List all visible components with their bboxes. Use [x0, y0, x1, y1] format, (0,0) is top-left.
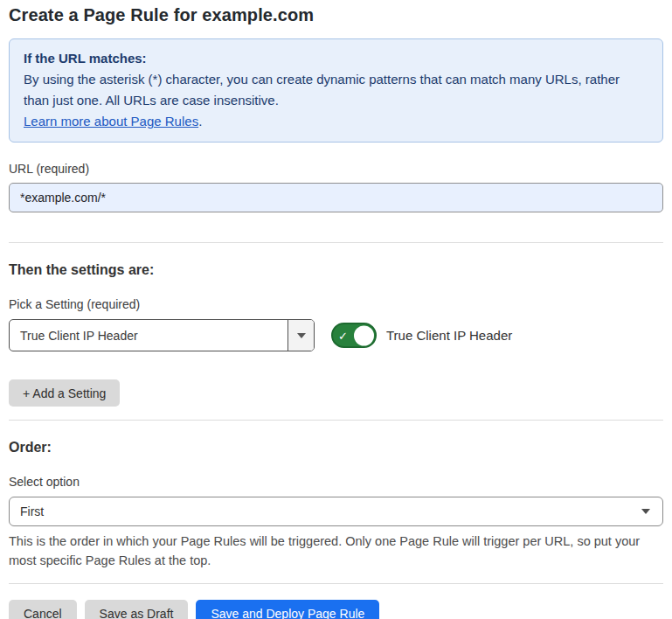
- check-icon: ✓: [338, 330, 348, 341]
- link-period: .: [198, 114, 202, 129]
- caret-down-icon: [641, 509, 650, 514]
- order-select[interactable]: First: [9, 497, 663, 526]
- setting-select-arrow-button[interactable]: [288, 320, 314, 351]
- url-match-info-box: If the URL matches: By using the asteris…: [9, 38, 663, 143]
- setting-select-value: True Client IP Header: [10, 320, 288, 351]
- save-deploy-button[interactable]: Save and Deploy Page Rule: [196, 600, 379, 619]
- order-section-heading: Order:: [9, 439, 663, 456]
- url-field-label: URL (required): [9, 162, 663, 177]
- order-select-label: Select option: [9, 475, 663, 490]
- info-box-heading: If the URL matches:: [24, 48, 648, 69]
- order-select-value: First: [20, 504, 44, 518]
- true-client-ip-toggle[interactable]: ✓: [331, 323, 377, 348]
- info-box-body: By using the asterisk (*) character, you…: [24, 69, 648, 111]
- save-draft-button[interactable]: Save as Draft: [85, 600, 189, 619]
- url-input[interactable]: [9, 183, 663, 212]
- setting-select[interactable]: True Client IP Header: [9, 319, 315, 351]
- pick-setting-label: Pick a Setting (required): [9, 297, 663, 312]
- divider: [9, 242, 663, 243]
- toggle-label: True Client IP Header: [386, 328, 512, 343]
- order-help-text: This is the order in which your Page Rul…: [9, 532, 660, 570]
- footer-actions: Cancel Save as Draft Save and Deploy Pag…: [9, 600, 663, 619]
- settings-section-heading: Then the settings are:: [9, 261, 663, 278]
- info-box-link-line: Learn more about Page Rules.: [24, 111, 648, 132]
- page-title: Create a Page Rule for example.com: [9, 4, 663, 25]
- add-setting-button[interactable]: + Add a Setting: [9, 379, 120, 407]
- caret-down-icon: [297, 333, 306, 338]
- setting-row: True Client IP Header ✓ True Client IP H…: [9, 319, 663, 351]
- learn-more-link[interactable]: Learn more about Page Rules: [24, 114, 198, 129]
- toggle-knob: [354, 325, 374, 345]
- divider: [9, 420, 663, 421]
- divider: [9, 583, 663, 584]
- cancel-button[interactable]: Cancel: [9, 600, 77, 619]
